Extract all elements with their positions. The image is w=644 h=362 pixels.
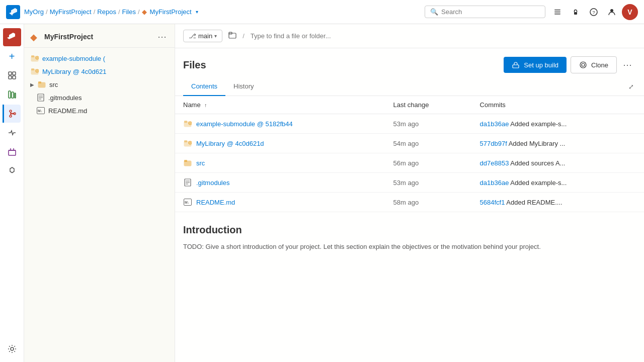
file-type-icon: M↓ <box>183 198 192 207</box>
svg-point-6 <box>610 9 613 12</box>
file-type-icon <box>183 178 192 187</box>
search-magnifier-icon: 🔍 <box>430 8 438 16</box>
global-search[interactable]: 🔍 <box>425 6 545 18</box>
table-row: M↓ README.md 58m ago 5684fcf1 Added READ… <box>175 193 644 212</box>
file-name-link[interactable]: README.md <box>196 199 235 206</box>
nav-icons: ? V <box>549 4 638 20</box>
svg-text:?: ? <box>593 10 595 15</box>
breadcrumb-repos[interactable]: Repos <box>97 8 116 16</box>
tree-item-src[interactable]: ▶ src <box>24 78 175 91</box>
help-icon-btn[interactable]: ? <box>586 4 602 20</box>
commits-cell: 577db97f Added MyLibrary ... <box>472 134 644 153</box>
sidebar-item-testplans[interactable] <box>3 143 21 161</box>
file-name-link[interactable]: .gitmodules <box>196 179 229 187</box>
last-change-cell: 53m ago <box>385 173 472 193</box>
commit-message: Added MyLibrary ... <box>509 140 566 147</box>
file-table: Name ↑ Last change Commits example-submo… <box>175 96 644 212</box>
file-tree: example-submodule ( MyLibrary @ 4c0d621 … <box>24 48 175 121</box>
tree-item-gitmodules[interactable]: .gitmodules <box>24 91 175 104</box>
search-input[interactable] <box>441 8 540 16</box>
clone-button[interactable]: Clone <box>571 56 617 73</box>
svg-rect-12 <box>12 92 14 98</box>
branch-bar: ⎇ main ▾ / <box>175 24 644 48</box>
markdown-icon: M↓ <box>36 106 45 115</box>
svg-rect-2 <box>554 14 560 15</box>
svg-rect-20 <box>31 55 34 57</box>
sidebar-item-artifacts[interactable] <box>3 162 21 180</box>
tab-history[interactable]: History <box>225 77 262 96</box>
sidebar-more-button[interactable]: ⋯ <box>155 30 169 43</box>
svg-point-34 <box>582 63 585 66</box>
commits-cell: da1b36ae Added example-s... <box>472 173 644 193</box>
readme-title: Introduction <box>183 224 636 236</box>
sidebar-item-pipelines[interactable] <box>3 124 21 142</box>
path-sep: / <box>243 32 245 40</box>
tree-label-readme: README.md <box>48 107 87 115</box>
breadcrumb-files[interactable]: Files <box>122 8 136 16</box>
breadcrumb-project[interactable]: MyFirstProject <box>50 8 92 16</box>
tree-label-gitmodules: .gitmodules <box>48 94 82 102</box>
commit-hash-link[interactable]: dd7e8853 <box>480 159 509 167</box>
commit-hash-link[interactable]: da1b36ae <box>480 179 509 187</box>
table-row: src 56m ago dd7e8853 Added sources A... <box>175 153 644 173</box>
breadcrumb-current-project[interactable]: ◆ MyFirstProject ▾ <box>142 8 198 16</box>
azure-devops-logo[interactable] <box>6 5 20 19</box>
more-options-button[interactable]: ⋯ <box>619 57 636 72</box>
sidebar-item-repos[interactable] <box>3 105 21 123</box>
lock-icon-btn[interactable] <box>568 4 584 20</box>
task-list-icon-btn[interactable] <box>549 4 566 20</box>
main-content: ⎇ main ▾ / Files Set up build Clone ⋯ <box>175 24 644 362</box>
last-change-cell: 56m ago <box>385 153 472 173</box>
tab-contents[interactable]: Contents <box>183 77 225 96</box>
last-change-cell: 58m ago <box>385 193 472 212</box>
file-name-link[interactable]: example-submodule @ 5182fb44 <box>196 120 293 128</box>
settings-icon-btn[interactable] <box>3 340 21 358</box>
svg-rect-17 <box>9 150 16 155</box>
file-sidebar: ◆ MyFirstProject ⋯ example-submodule ( M… <box>24 24 175 362</box>
folder-browse-button[interactable] <box>226 29 238 43</box>
project-diamond-icon: ◆ <box>142 8 147 16</box>
file-search-input[interactable] <box>249 30 636 42</box>
sidebar-item-overview[interactable] <box>3 66 21 84</box>
breadcrumb-org[interactable]: MyOrg <box>24 8 44 16</box>
commit-message: Added example-s... <box>510 179 567 187</box>
sidebar-item-boards2[interactable] <box>3 85 21 104</box>
svg-rect-36 <box>184 121 187 123</box>
tree-label-src: src <box>49 81 58 88</box>
file-name-link[interactable]: MyLibrary @ 4c0d621d <box>196 140 264 147</box>
icon-strip: + <box>0 24 24 362</box>
breadcrumb-sep3: / <box>118 8 120 16</box>
tree-item-submodule1[interactable]: example-submodule ( <box>24 52 175 65</box>
readme-text: TODO: Give a short introduction of your … <box>183 242 636 252</box>
branch-icon: ⎇ <box>189 32 196 40</box>
commit-message: Added example-s... <box>510 120 567 128</box>
files-title: Files <box>183 59 504 71</box>
breadcrumb-sep4: / <box>138 8 140 16</box>
avatar[interactable]: V <box>622 4 638 20</box>
commit-hash-link[interactable]: 5684fcf1 <box>480 199 505 206</box>
svg-rect-11 <box>9 91 11 98</box>
add-button[interactable]: + <box>3 47 21 65</box>
commit-hash-link[interactable]: 577db97f <box>480 140 507 147</box>
expand-button[interactable]: ⤢ <box>626 77 636 96</box>
tree-item-readme[interactable]: M↓ README.md <box>24 104 175 117</box>
sidebar-item-boards[interactable] <box>3 28 21 46</box>
breadcrumb-sep1: / <box>46 8 48 16</box>
folder-icon <box>37 80 46 89</box>
tree-expand-icon: ▶ <box>30 82 34 87</box>
col-name-header[interactable]: Name ↑ <box>175 96 385 114</box>
sort-icon: ↑ <box>204 103 207 108</box>
commit-hash-link[interactable]: da1b36ae <box>480 120 509 128</box>
tree-item-submodule2[interactable]: MyLibrary @ 4c0d621 <box>24 65 175 78</box>
svg-rect-9 <box>9 76 12 79</box>
svg-rect-39 <box>184 140 187 142</box>
svg-text:M↓: M↓ <box>38 109 42 113</box>
file-doc-icon <box>36 93 45 102</box>
svg-point-14 <box>10 110 12 112</box>
file-name-link[interactable]: src <box>196 159 205 167</box>
user-settings-icon-btn[interactable] <box>604 4 620 20</box>
svg-rect-26 <box>38 81 41 83</box>
branch-selector[interactable]: ⎇ main ▾ <box>183 30 222 42</box>
setup-build-button[interactable]: Set up build <box>504 57 567 73</box>
svg-rect-7 <box>9 72 12 75</box>
